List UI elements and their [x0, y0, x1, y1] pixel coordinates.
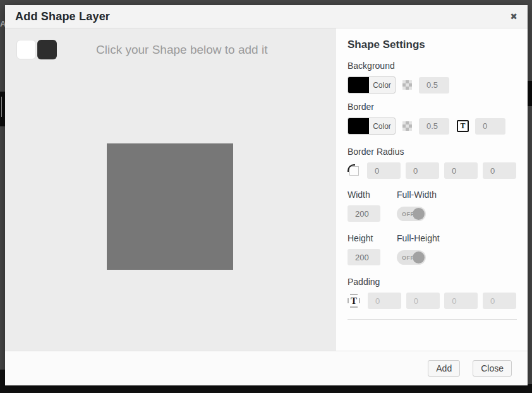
border-label: Border: [348, 102, 516, 112]
background-bottom-band: [0, 384, 532, 393]
full-width-toggle[interactable]: OFF: [397, 207, 426, 221]
shape-picker-caption: Click your Shape below to add it: [96, 43, 267, 57]
full-height-label: Full-Height: [397, 233, 440, 243]
add-shape-layer-dialog: Add Shape Layer ✖ Click your Shape below…: [5, 5, 528, 385]
transparency-checker-icon: [402, 121, 412, 131]
shape-preview-square[interactable]: [107, 143, 233, 270]
dialog-footer: Add Close: [5, 351, 528, 385]
settings-heading: Shape Settings: [348, 39, 516, 51]
padding-row: T: [348, 293, 516, 309]
height-row: OFF: [348, 249, 516, 265]
height-labels: Height Full-Height: [348, 233, 516, 243]
close-button[interactable]: Close: [473, 360, 512, 377]
border-color-swatch: [348, 118, 369, 135]
border-radius-bottom-left-input[interactable]: [483, 162, 516, 179]
padding-bottom-input[interactable]: [444, 293, 478, 309]
padding-icon-letter: T: [351, 296, 357, 306]
background-opacity-input[interactable]: [419, 77, 449, 94]
shape-color-swatches: [16, 40, 57, 59]
width-row: OFF: [348, 205, 516, 222]
padding-left-input[interactable]: [483, 293, 516, 309]
shape-settings-panel: Shape Settings Background Color Border C…: [336, 28, 528, 351]
transparency-checker-icon: [402, 80, 412, 90]
height-input[interactable]: [348, 249, 380, 265]
padding-icon: T: [348, 294, 360, 308]
width-input[interactable]: [348, 205, 380, 222]
padding-right-input[interactable]: [406, 293, 440, 309]
swatch-dark[interactable]: [37, 40, 57, 59]
border-radius-icon-arc: [348, 164, 355, 172]
dialog-title: Add Shape Layer: [15, 10, 110, 23]
padding-top-input[interactable]: [368, 293, 401, 309]
padding-label: Padding: [348, 277, 516, 287]
width-label: Width: [348, 190, 397, 200]
border-radius-top-right-input[interactable]: [406, 162, 439, 179]
dialog-body: Click your Shape below to add it Shape S…: [5, 28, 528, 351]
border-width-input[interactable]: [475, 118, 505, 135]
background-color-button[interactable]: Color: [348, 76, 396, 94]
border-radius-icon: [348, 164, 361, 178]
swatch-white[interactable]: [16, 40, 36, 59]
full-height-toggle-knob: [413, 251, 425, 263]
border-width-icon: T: [457, 120, 469, 132]
border-color-button-label: Color: [369, 122, 395, 131]
background-bar-tick: [1, 97, 2, 117]
border-radius-label: Border Radius: [348, 147, 516, 157]
full-width-toggle-knob: [413, 208, 425, 220]
background-color-button-label: Color: [369, 81, 395, 90]
close-icon[interactable]: ✖: [510, 12, 517, 21]
border-color-button[interactable]: Color: [348, 118, 396, 135]
border-opacity-input[interactable]: [419, 118, 449, 135]
background-dark-bar-right: [528, 81, 532, 106]
background-dark-bar-left: [0, 92, 5, 126]
shape-picker-area: Click your Shape below to add it: [5, 28, 336, 351]
full-height-toggle[interactable]: OFF: [397, 250, 426, 265]
border-row: Color T: [348, 118, 516, 135]
background-row: Color: [348, 76, 516, 94]
add-button[interactable]: Add: [428, 360, 460, 377]
full-width-label: Full-Width: [397, 190, 437, 200]
border-radius-top-left-input[interactable]: [367, 162, 401, 179]
height-label: Height: [348, 233, 397, 243]
background-page-text: A: [0, 19, 5, 29]
background-color-swatch: [348, 76, 369, 94]
border-radius-row: [348, 162, 516, 179]
background-label: Background: [348, 61, 516, 71]
settings-divider: [348, 319, 517, 320]
width-labels: Width Full-Width: [348, 190, 516, 200]
dialog-header: Add Shape Layer ✖: [5, 5, 528, 28]
border-radius-bottom-right-input[interactable]: [444, 162, 478, 179]
